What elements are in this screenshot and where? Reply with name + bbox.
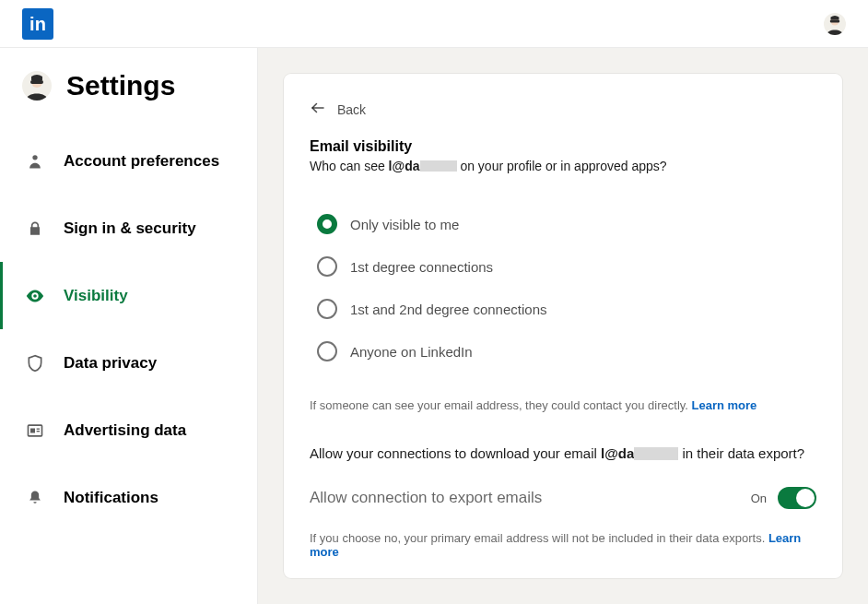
avatar-icon [824, 13, 846, 35]
option-label: 1st and 2nd degree connections [350, 302, 547, 317]
toggle-knob [796, 489, 815, 507]
option-label: Only visible to me [350, 217, 459, 232]
radio-icon [317, 214, 337, 234]
bell-icon [25, 488, 45, 508]
svg-rect-7 [37, 431, 40, 432]
main-content: Back Email visibility Who can see l@da o… [258, 48, 868, 604]
lock-icon [25, 219, 45, 239]
option-first-second-degree[interactable]: 1st and 2nd degree connections [317, 288, 809, 330]
redacted-email [634, 447, 678, 460]
sidebar-item-notifications[interactable]: Notifications [0, 464, 257, 531]
section-title: Email visibility [284, 138, 842, 155]
svg-point-3 [32, 155, 37, 160]
sidebar-item-label: Visibility [64, 287, 128, 305]
allow-download-text: Allow your connections to download your … [284, 412, 842, 461]
sidebar: Settings Account preferences Sign in & s… [0, 48, 258, 604]
learn-more-link[interactable]: Learn more [692, 398, 757, 412]
linkedin-logo[interactable]: in [22, 8, 53, 40]
page-title: Settings [66, 70, 175, 101]
radio-icon [317, 256, 337, 277]
option-label: 1st degree connections [350, 259, 493, 275]
back-label: Back [337, 102, 366, 117]
sidebar-item-label: Notifications [64, 489, 158, 507]
linkedin-logo-text: in [29, 15, 46, 33]
option-only-me[interactable]: Only visible to me [317, 203, 809, 245]
radio-icon [317, 341, 337, 361]
svg-rect-5 [30, 428, 35, 432]
radio-icon [317, 299, 337, 319]
sidebar-item-label: Advertising data [64, 421, 186, 440]
settings-card: Back Email visibility Who can see l@da o… [284, 74, 842, 578]
export-toggle[interactable] [778, 487, 816, 509]
shield-icon [25, 353, 45, 373]
sidebar-item-account-preferences[interactable]: Account preferences [0, 127, 257, 195]
back-button[interactable]: Back [284, 100, 842, 138]
top-bar: in [0, 0, 868, 48]
arrow-left-icon [310, 100, 326, 120]
sidebar-avatar[interactable] [22, 71, 52, 101]
toggle-label: Allow connection to export emails [310, 489, 542, 507]
export-toggle-row: Allow connection to export emails On [284, 461, 842, 509]
option-first-degree[interactable]: 1st degree connections [317, 245, 809, 288]
option-anyone[interactable]: Anyone on LinkedIn [317, 330, 809, 373]
sidebar-item-label: Account preferences [64, 152, 219, 171]
visibility-options: Only visible to me 1st degree connection… [284, 173, 842, 373]
newspaper-icon [25, 420, 45, 441]
sidebar-item-advertising-data[interactable]: Advertising data [0, 397, 257, 464]
header-avatar[interactable] [824, 13, 846, 35]
sidebar-item-visibility[interactable]: Visibility [0, 262, 257, 329]
option-label: Anyone on LinkedIn [350, 344, 473, 360]
section-subtitle: Who can see l@da on your profile or in a… [284, 155, 842, 173]
sidebar-item-label: Data privacy [64, 354, 157, 373]
avatar-icon [22, 71, 52, 101]
sidebar-item-label: Sign in & security [64, 219, 196, 238]
svg-rect-6 [37, 428, 40, 429]
sidebar-item-data-privacy[interactable]: Data privacy [0, 329, 257, 397]
sidebar-item-sign-in-security[interactable]: Sign in & security [0, 195, 257, 262]
helper-text-2: If you choose no, your primary email add… [284, 509, 842, 559]
helper-text-1: If someone can see your email address, t… [284, 373, 842, 412]
eye-icon [25, 286, 45, 306]
person-icon [25, 151, 45, 172]
redacted-email [420, 160, 457, 172]
toggle-status: On [751, 491, 767, 505]
sidebar-header: Settings [0, 70, 257, 127]
